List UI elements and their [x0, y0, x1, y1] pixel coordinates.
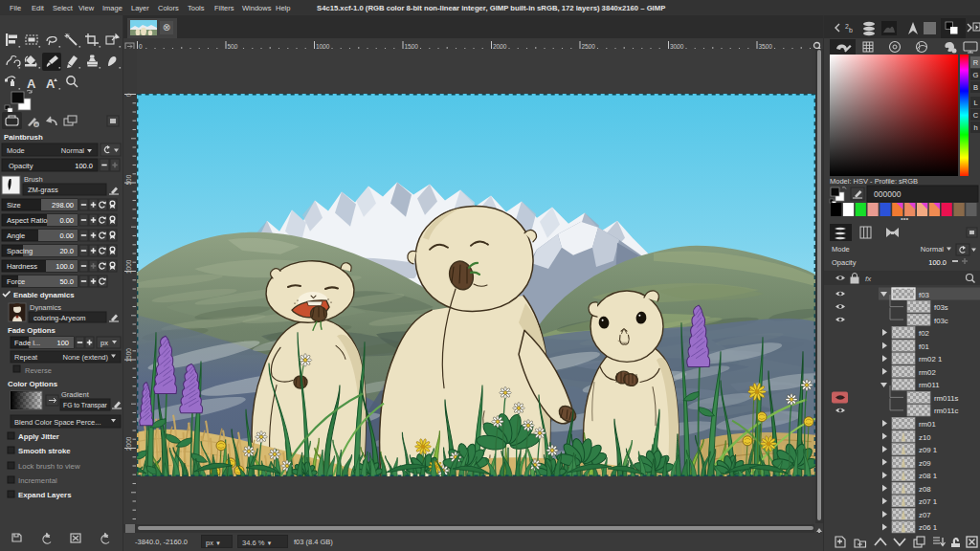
- svg-text:Size: Size: [7, 201, 21, 209]
- svg-text:Angle: Angle: [7, 231, 25, 240]
- svg-text:Lock brush to view: Lock brush to view: [18, 462, 80, 471]
- svg-text:Mode: Mode: [832, 245, 850, 253]
- svg-text:coloring-Aryeom: coloring-Aryeom: [33, 314, 86, 322]
- svg-text:B: B: [973, 83, 978, 92]
- svg-text:Mode: Mode: [7, 146, 25, 155]
- svg-text:1500: 1500: [125, 348, 132, 363]
- svg-text:100.0: 100.0: [928, 258, 947, 267]
- svg-text:rm011: rm011: [919, 381, 940, 389]
- svg-text:Force: Force: [7, 277, 25, 286]
- svg-text:100.0: 100.0: [56, 262, 74, 271]
- svg-text:Paintbrush: Paintbrush: [4, 133, 43, 142]
- svg-text:Repeat: Repeat: [14, 353, 38, 362]
- svg-text:0.00: 0.00: [59, 216, 74, 225]
- svg-text:G: G: [973, 71, 979, 79]
- svg-text:z08 1: z08 1: [919, 472, 937, 480]
- svg-text:Opacity: Opacity: [832, 258, 857, 267]
- svg-text:•••: •••: [901, 214, 909, 223]
- svg-text:0.00: 0.00: [59, 231, 74, 240]
- svg-text:Normal: Normal: [921, 245, 945, 253]
- svg-text:Spacing: Spacing: [7, 247, 33, 255]
- svg-text:Color Options: Color Options: [8, 380, 58, 388]
- svg-text:z08: z08: [919, 485, 931, 494]
- svg-text:Blend Color Space Perce...: Blend Color Space Perce...: [14, 418, 100, 427]
- svg-text:20.0: 20.0: [59, 247, 74, 255]
- svg-text:b: b: [849, 27, 853, 33]
- svg-text:Model: HSV - Profile: sRGB: Model: HSV - Profile: sRGB: [830, 177, 918, 186]
- svg-text:Incremental: Incremental: [18, 476, 57, 485]
- svg-text:z09 1: z09 1: [919, 446, 937, 454]
- svg-text:0: 0: [125, 93, 132, 97]
- svg-text:Enable dynamics: Enable dynamics: [13, 291, 75, 299]
- svg-text:50.0: 50.0: [59, 277, 74, 286]
- svg-text:Hardness: Hardness: [7, 262, 37, 271]
- svg-text:Brush: Brush: [24, 175, 43, 184]
- svg-text:None (extend): None (extend): [62, 353, 108, 362]
- svg-text:R: R: [973, 58, 979, 67]
- svg-text:Fade Options: Fade Options: [8, 326, 56, 335]
- svg-text:100: 100: [56, 339, 69, 347]
- svg-text:A: A: [46, 77, 56, 91]
- svg-text:2000: 2000: [125, 436, 132, 451]
- svg-text:z07 1: z07 1: [919, 497, 937, 506]
- svg-text:500: 500: [125, 174, 132, 185]
- svg-text:Reverse: Reverse: [25, 366, 52, 375]
- svg-text:Apply Jitter: Apply Jitter: [18, 432, 59, 441]
- svg-text:A: A: [27, 77, 36, 91]
- svg-text:Aspect Ratio: Aspect Ratio: [7, 216, 48, 225]
- svg-text:f03s: f03s: [934, 303, 948, 312]
- svg-text:h: h: [973, 123, 977, 132]
- svg-text:Dynamics: Dynamics: [30, 303, 61, 312]
- svg-text:z10: z10: [919, 433, 931, 442]
- svg-text:Fade l...: Fade l...: [14, 339, 40, 347]
- svg-text:Gradient: Gradient: [61, 390, 90, 399]
- svg-text:000000: 000000: [874, 189, 902, 199]
- svg-text:L: L: [973, 99, 977, 107]
- svg-text:Smooth stroke: Smooth stroke: [18, 447, 71, 455]
- svg-text:f03c: f03c: [934, 317, 948, 325]
- svg-text:z07: z07: [919, 511, 931, 519]
- svg-text:1000: 1000: [125, 259, 132, 274]
- svg-text:f01: f01: [919, 342, 929, 351]
- svg-text:Expand Layers: Expand Layers: [18, 491, 72, 499]
- svg-text:fx: fx: [865, 275, 872, 283]
- svg-text:f03: f03: [919, 291, 929, 299]
- svg-text:298.00: 298.00: [52, 201, 74, 209]
- svg-text:Normal: Normal: [61, 146, 85, 155]
- svg-text:z09: z09: [919, 459, 931, 468]
- svg-text:Opacity: Opacity: [9, 162, 33, 170]
- svg-text:f02: f02: [919, 329, 929, 338]
- svg-text:rm011c: rm011c: [934, 407, 959, 415]
- svg-text:C: C: [973, 111, 979, 120]
- svg-text:100.0: 100.0: [75, 162, 93, 170]
- svg-text:rm02: rm02: [919, 368, 936, 377]
- svg-text:rm02 1: rm02 1: [919, 355, 942, 364]
- svg-text:z06 1: z06 1: [919, 523, 937, 532]
- svg-text:rm01: rm01: [919, 420, 936, 429]
- svg-text:px: px: [100, 339, 108, 347]
- svg-text:ZM-grass: ZM-grass: [28, 186, 58, 194]
- svg-text:FG to Transpar: FG to Transpar: [63, 402, 107, 409]
- svg-text:rm011s: rm011s: [934, 394, 959, 403]
